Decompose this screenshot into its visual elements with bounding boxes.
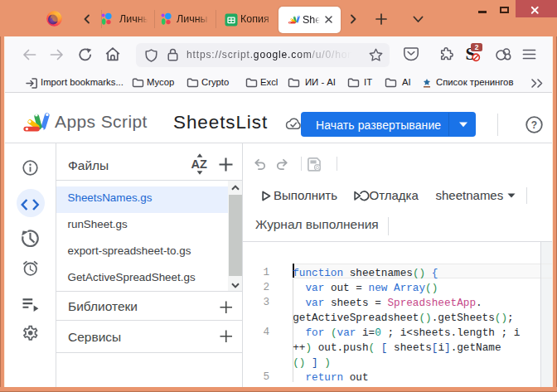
svg-text:?: ? xyxy=(531,119,537,131)
